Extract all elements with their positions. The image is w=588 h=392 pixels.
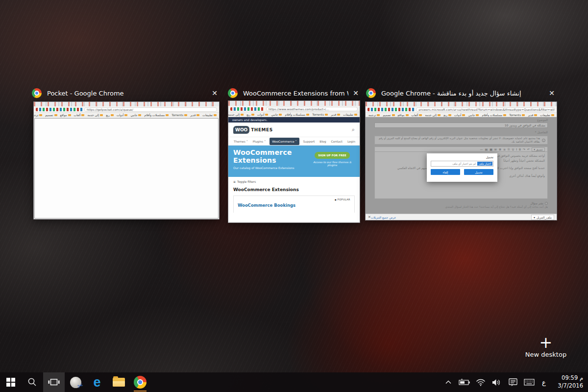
bookmarks-bar: تطبيقاتقديرTorrentsمسلسلات وأفلامجانبيأد… xyxy=(228,112,360,117)
search-button[interactable] xyxy=(22,372,43,392)
nav-item[interactable]: Themes ˅ xyxy=(233,138,249,145)
system-tray: ع 09:59 م 3/7/2016 xyxy=(440,372,588,392)
taskbar-clock[interactable]: 09:59 م 3/7/2016 xyxy=(551,374,588,390)
taskbar: ✂ e xyxy=(0,372,588,392)
task-thumbnail-header-answers[interactable]: إنشاء سؤال جديد أو بدء مناقشة - Google C… xyxy=(366,87,557,99)
extensions-section: ≡Toggle filters WooCommerce Extensions P… xyxy=(228,177,360,222)
nav-item[interactable]: Login xyxy=(346,138,356,145)
window-title: WooCommerce Extensions from WooT... xyxy=(243,90,348,97)
woothemes-header: WOO THEMES ⌕ xyxy=(228,122,360,137)
bookmark-folder: قدير xyxy=(190,113,199,117)
action-center-icon xyxy=(509,378,517,387)
bookmark-folder: جانبي xyxy=(271,113,282,116)
nav-item[interactable]: Contact xyxy=(330,138,343,145)
edge-icon: e xyxy=(93,376,100,389)
wifi-icon xyxy=(476,379,486,386)
volume-status[interactable] xyxy=(489,379,505,386)
nav-item[interactable]: Blog xyxy=(318,138,327,145)
bookmark-folder: Torrents xyxy=(172,113,187,117)
new-desktop-button[interactable]: + New desktop xyxy=(514,335,577,358)
close-icon[interactable]: ✕ xyxy=(350,88,361,98)
bookmark-folder: مسلسلات وأفلام xyxy=(285,113,309,116)
file-explorer-button[interactable] xyxy=(108,372,129,392)
bookmark-folder: ريع xyxy=(443,113,451,117)
taskbar-empty-area xyxy=(151,372,440,392)
upload-cancel-button[interactable]: إلغاء xyxy=(431,169,460,175)
snipping-tool-button[interactable]: ✂ xyxy=(65,372,86,392)
bookmark-folder: جانبي xyxy=(468,113,479,117)
chrome-icon xyxy=(366,88,376,98)
file-input[interactable]: اختيار ملف لم يتم اختيار أي ملف xyxy=(431,161,493,167)
task-thumbnail-pocket[interactable]: https://getpocket.com/a/queue/ تطبيقاتقد… xyxy=(33,101,220,220)
browser-tabstrip xyxy=(34,102,219,106)
chrome-button[interactable] xyxy=(129,372,151,392)
network-status[interactable] xyxy=(472,379,489,386)
bookmark-folder: مسلسلات وأفلام xyxy=(482,113,506,117)
clock-date: 3/7/2016 xyxy=(551,382,583,390)
upload-dialog: تحميل اختيار ملف لم يتم اختيار أي ملف تح… xyxy=(427,153,497,182)
no-file-label: لم يتم اختيار أي ملف xyxy=(452,162,476,165)
keyboard-icon xyxy=(524,379,535,386)
bookmarks-bar: تطبيقاتقديرTorrentsمسلسلات وأفلامجانبيأد… xyxy=(34,113,219,118)
touch-keyboard-button[interactable] xyxy=(521,379,537,386)
bookmark-folder: Torrents xyxy=(509,113,525,117)
bookmark-folder: مواقع xyxy=(398,113,409,117)
bookmark-folder: أدوات xyxy=(117,113,128,117)
nav-item[interactable]: Sign Up xyxy=(359,138,360,145)
bookmark-folder: ألعاب xyxy=(412,113,422,117)
language-indicator[interactable]: ع xyxy=(537,379,551,386)
bookmark-folder: مواقع xyxy=(60,113,71,117)
task-thumbnail-header-woocommerce[interactable]: WooCommerce Extensions from WooT... ✕ xyxy=(228,87,361,99)
hidden-icons-button[interactable] xyxy=(440,380,456,385)
chrome-icon xyxy=(134,376,147,389)
task-thumbnail-answers[interactable]: answers.microsoft.com/ar-sa/newthread?fo… xyxy=(365,101,557,220)
close-icon[interactable]: ✕ xyxy=(546,88,557,98)
downloads-bar: ملف_التنزيل ▾ عرض جميع التنزيلات ✕ xyxy=(366,214,557,220)
extension-card[interactable]: POPULAR WooCommerce Bookings xyxy=(233,196,355,213)
bookmark-folder: إلى خدمة xyxy=(87,113,103,117)
browser-tabstrip xyxy=(228,101,360,106)
woothemes-nav: Themes ˅Plugins ˅WooCommerce ˅SupportBlo… xyxy=(228,137,360,146)
action-center-button[interactable] xyxy=(505,378,521,387)
window-title: إنشاء سؤال جديد أو بدء مناقشة - Google C… xyxy=(381,90,521,97)
nav-item[interactable]: WooCommerce ˅ xyxy=(270,138,299,145)
bookmark-folder: إلى خدمة xyxy=(425,113,441,117)
task-view-icon xyxy=(48,377,60,387)
show-all-downloads-link[interactable]: عرض جميع التنزيلات xyxy=(371,216,396,219)
bookmark-folder: أدوات xyxy=(257,113,269,116)
search-icon xyxy=(27,377,37,387)
running-app-indicator xyxy=(134,391,147,392)
bookmark-folder: قدير xyxy=(331,113,340,116)
task-view-button[interactable] xyxy=(43,372,65,392)
windows-logo-icon xyxy=(6,378,15,387)
extension-card-title[interactable]: WooCommerce Bookings xyxy=(238,203,350,208)
signup-button[interactable]: SIGN UP FOR FREE xyxy=(315,152,350,159)
choose-file-button[interactable]: اختيار ملف xyxy=(477,162,492,166)
nav-item[interactable]: Support xyxy=(302,138,316,145)
edge-button[interactable]: e xyxy=(86,372,108,392)
download-item[interactable]: ملف_التنزيل ▾ xyxy=(531,215,554,220)
nav-item[interactable]: Plugins ˅ xyxy=(252,138,267,145)
upload-confirm-button[interactable]: تحميل xyxy=(464,169,493,175)
battery-status[interactable] xyxy=(456,379,472,386)
task-thumbnail-header-pocket[interactable]: Pocket - Google Chrome ✕ xyxy=(32,87,220,99)
bookmark-folder: جانبي xyxy=(130,113,141,117)
bookmark-folder: أدوات xyxy=(454,113,466,117)
search-icon[interactable]: ⌕ xyxy=(352,126,355,133)
signup-note: Access to our free themes & plugins xyxy=(310,161,355,167)
extension-icons xyxy=(230,107,265,111)
chrome-icon xyxy=(32,88,42,98)
close-icon[interactable]: ✕ xyxy=(209,88,220,98)
start-button[interactable] xyxy=(0,372,22,392)
task-thumbnail-woocommerce[interactable]: https://www.woothemes.com/product-c... ت… xyxy=(228,100,360,223)
upload-dialog-title: تحميل xyxy=(431,155,493,159)
browser-toolbar: https://getpocket.com/a/queue/ xyxy=(34,106,219,113)
bookmark-folder: تصميم xyxy=(383,113,394,117)
plus-icon: + xyxy=(514,335,577,350)
browser-toolbar: https://www.woothemes.com/product-c... xyxy=(228,106,360,112)
woothemes-topbar: owners and developers. xyxy=(228,117,360,122)
popular-badge: POPULAR xyxy=(335,198,350,201)
downloads-close-icon[interactable]: ✕ xyxy=(368,215,371,219)
address-bar: https://getpocket.com/a/queue/ xyxy=(84,107,217,112)
toggle-filters[interactable]: ≡Toggle filters xyxy=(233,180,355,183)
